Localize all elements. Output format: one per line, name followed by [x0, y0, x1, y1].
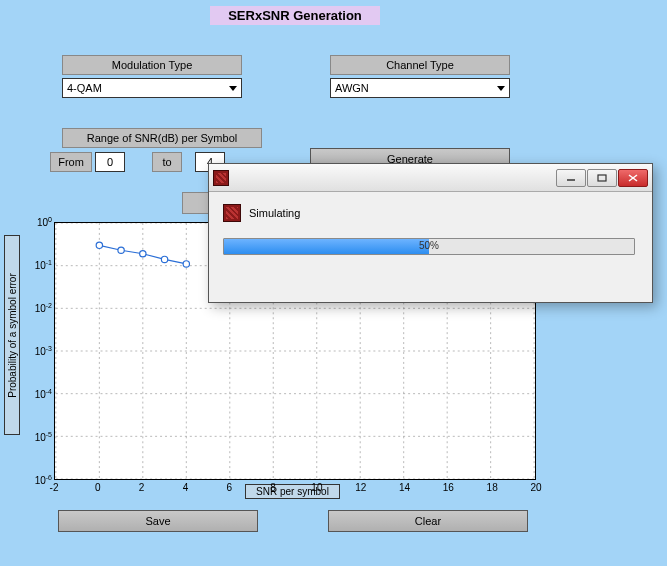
- chart-ytick: 100: [24, 216, 52, 228]
- snr-range-label: Range of SNR(dB) per Symbol: [62, 128, 262, 148]
- chart-ylabel: Probability of a symbol error: [7, 273, 18, 398]
- chart-ylabel-box: Probability of a symbol error: [4, 235, 20, 435]
- dialog-body: Simulating 50%: [209, 192, 652, 267]
- chart-xtick: 6: [219, 482, 239, 493]
- app-icon: [213, 170, 229, 186]
- chart-xtick: 2: [132, 482, 152, 493]
- channel-type-select[interactable]: AWGN: [330, 78, 510, 98]
- chart-xtick: 0: [88, 482, 108, 493]
- chart-ytick: 10-2: [24, 302, 52, 314]
- chart-xtick: 10: [307, 482, 327, 493]
- dialog-status-text: Simulating: [249, 207, 300, 219]
- svg-point-19: [96, 242, 102, 248]
- dialog-titlebar[interactable]: [209, 164, 652, 192]
- chart-ytick: 10-4: [24, 388, 52, 400]
- modulation-type-label: Modulation Type: [62, 55, 242, 75]
- progress-bar: 50%: [223, 238, 635, 255]
- snr-to-label: to: [152, 152, 182, 172]
- svg-point-23: [183, 261, 189, 267]
- chart-ytick: 10-5: [24, 431, 52, 443]
- channel-type-label: Channel Type: [330, 55, 510, 75]
- svg-point-20: [118, 247, 124, 253]
- window-buttons: [556, 169, 648, 187]
- maximize-button[interactable]: [587, 169, 617, 187]
- chart-ytick: 10-1: [24, 259, 52, 271]
- progress-dialog: Simulating 50%: [208, 163, 653, 303]
- snr-from-label: From: [50, 152, 92, 172]
- status-icon: [223, 204, 241, 222]
- chart-xtick: 12: [351, 482, 371, 493]
- close-button[interactable]: [618, 169, 648, 187]
- channel-type-value: AWGN: [335, 82, 369, 94]
- chart-xtick: 20: [526, 482, 546, 493]
- modulation-type-value: 4-QAM: [67, 82, 102, 94]
- app-window: SERxSNR Generation Modulation Type 4-QAM…: [0, 0, 667, 566]
- save-button[interactable]: Save: [58, 510, 258, 532]
- snr-from-input[interactable]: 0: [95, 152, 125, 172]
- chart-xtick: 18: [482, 482, 502, 493]
- chart-xtick: -2: [44, 482, 64, 493]
- minimize-button[interactable]: [556, 169, 586, 187]
- svg-rect-25: [598, 175, 606, 181]
- chevron-down-icon: [497, 86, 505, 91]
- svg-point-22: [161, 256, 167, 262]
- progress-text: 50%: [224, 240, 634, 251]
- chart-xtick: 8: [263, 482, 283, 493]
- chevron-down-icon: [229, 86, 237, 91]
- chart-xtick: 4: [175, 482, 195, 493]
- clear-button[interactable]: Clear: [328, 510, 528, 532]
- page-title: SERxSNR Generation: [210, 6, 380, 25]
- svg-point-21: [140, 251, 146, 257]
- modulation-type-select[interactable]: 4-QAM: [62, 78, 242, 98]
- chart-ytick: 10-3: [24, 345, 52, 357]
- chart-xtick: 16: [438, 482, 458, 493]
- chart-xtick: 14: [395, 482, 415, 493]
